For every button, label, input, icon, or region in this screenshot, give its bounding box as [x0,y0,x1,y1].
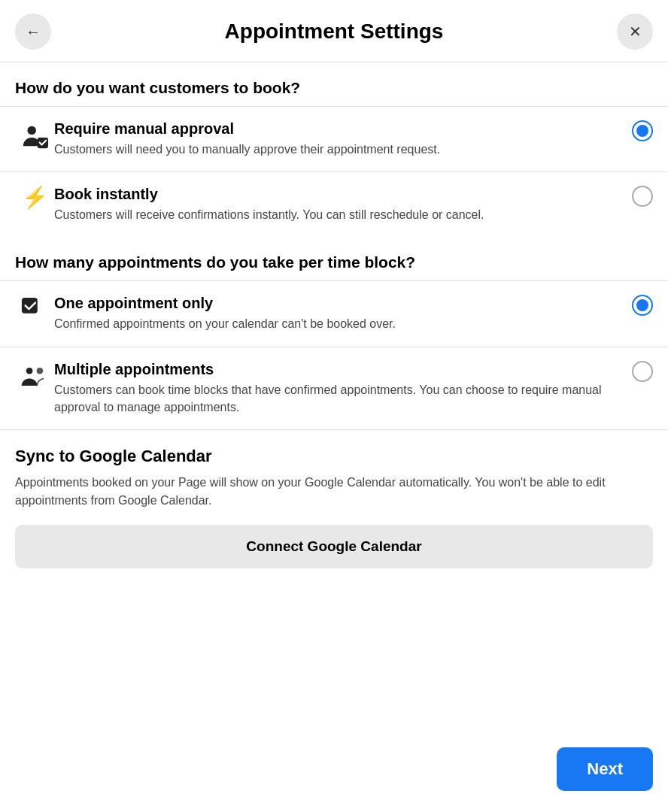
main-content: How do you want customers to book? Requi… [0,62,668,582]
option-multiple-appointments[interactable]: Multiple appointments Customers can book… [15,347,653,429]
svg-point-4 [37,367,44,374]
one-appointment-radio[interactable] [632,295,653,316]
bolt-icon: ⚡ [22,187,48,208]
book-instantly-text: Book instantly Customers will receive co… [54,186,653,223]
radio-unselected-icon [632,186,653,207]
book-instantly-desc: Customers will receive confirmations ins… [54,206,615,223]
option-one-appointment[interactable]: One appointment only Confirmed appointme… [15,281,653,346]
one-appointment-title: One appointment only [54,295,615,312]
header: ← Appointment Settings ✕ [0,0,668,62]
bolt-icon-wrap: ⚡ [15,186,54,208]
manual-approval-desc: Customers will need you to manually appr… [54,141,615,158]
multiple-appointments-desc: Customers can book time blocks that have… [54,381,615,416]
multiple-appointments-title: Multiple appointments [54,361,615,378]
footer: Next [0,735,668,812]
sync-section: Sync to Google Calendar Appointments boo… [15,430,653,582]
option-manual-approval[interactable]: Require manual approval Customers will n… [15,107,653,171]
option-book-instantly[interactable]: ⚡ Book instantly Customers will receive … [15,172,653,237]
one-appointment-desc: Confirmed appointments on your calendar … [54,315,615,332]
radio-selected-icon [632,120,653,141]
one-appointment-icon [15,295,54,325]
manual-approval-text: Require manual approval Customers will n… [54,120,653,158]
sync-title: Sync to Google Calendar [15,447,653,466]
section2-heading: How many appointments do you take per ti… [15,237,653,280]
svg-point-0 [28,126,36,135]
manual-approval-radio[interactable] [632,120,653,141]
multiple-appointments-text: Multiple appointments Customers can book… [54,361,653,416]
svg-point-3 [26,367,33,374]
sync-desc: Appointments booked on your Page will sh… [15,474,653,510]
next-button[interactable]: Next [557,747,653,791]
manual-approval-title: Require manual approval [54,120,615,138]
book-instantly-radio[interactable] [632,186,653,207]
section1-heading: How do you want customers to book? [15,62,653,106]
svg-rect-2 [22,298,38,314]
connect-google-calendar-button[interactable]: Connect Google Calendar [15,525,653,568]
radio-selected-2-icon [632,295,653,316]
radio-unselected-2-icon [632,361,653,382]
back-button[interactable]: ← [15,14,51,50]
page-title: Appointment Settings [51,20,617,44]
multiple-appointments-icon [15,361,54,391]
book-instantly-title: Book instantly [54,186,615,203]
one-appointment-text: One appointment only Confirmed appointme… [54,295,653,332]
close-button[interactable]: ✕ [617,14,653,50]
manual-approval-icon [15,120,54,150]
multiple-appointments-radio[interactable] [632,361,653,382]
